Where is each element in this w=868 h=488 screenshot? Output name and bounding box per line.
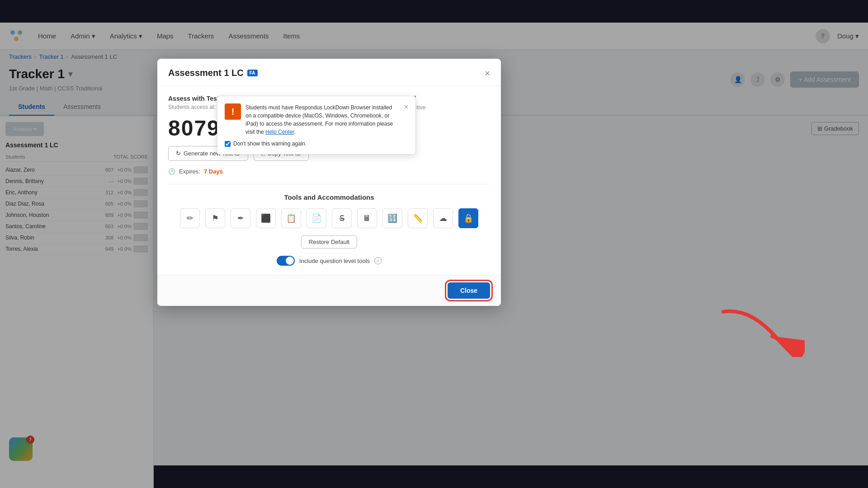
warning-checkbox-label: Don't show this warning again. [233, 141, 307, 147]
tools-title: Tools and Accommodations [168, 193, 490, 201]
toggle-row: Include question level tools i [168, 256, 490, 266]
calc2-tool[interactable]: 🔢 [382, 208, 402, 228]
tools-icons: ✏⚑✒⬛📋📄S̶🖩🔢📏☁🔒 [168, 208, 490, 228]
modal-header: Assessment 1 LC FA × [157, 59, 501, 86]
refresh-icon: ↻ [176, 150, 181, 157]
ruler-tool[interactable]: 📏 [408, 208, 428, 228]
calc1-tool[interactable]: 🖩 [357, 208, 377, 228]
warning-icon: ! [225, 103, 241, 120]
modal-divider [168, 184, 490, 184]
toggle-knob [286, 257, 294, 265]
warning-tooltip: ! Students must have Respondus LockDown … [217, 96, 416, 155]
modal-close-button[interactable]: × [485, 69, 490, 78]
pencil-tool[interactable]: ✒ [231, 208, 250, 228]
expires-row: 🕐 Expires: 7 Days [168, 168, 324, 175]
help-center-link[interactable]: Help Center [265, 129, 294, 135]
fa-badge: FA [247, 70, 258, 76]
modal-footer: Close [157, 275, 501, 306]
edit-tool[interactable]: ✏ [180, 208, 200, 228]
flag-tool[interactable]: ⚑ [205, 208, 225, 228]
warning-close-button[interactable]: × [404, 103, 408, 111]
question-level-toggle[interactable] [277, 256, 295, 266]
clipboard-tool[interactable]: 📄 [307, 208, 326, 228]
restore-default-button[interactable]: Restore Default [301, 235, 357, 249]
toggle-label: Include question level tools [299, 258, 370, 264]
close-modal-button[interactable]: Close [448, 282, 490, 299]
warning-header: ! Students must have Respondus LockDown … [225, 103, 408, 136]
clock-icon: 🕐 [168, 168, 175, 175]
modal-title: Assessment 1 LC FA [168, 68, 258, 78]
cloud-tool[interactable]: ☁ [433, 208, 453, 228]
eraser-tool[interactable]: ⬛ [256, 208, 276, 228]
info-icon[interactable]: i [374, 257, 382, 264]
warning-checkbox-row: Don't show this warning again. [225, 141, 408, 147]
strikethrough-tool[interactable]: S̶ [332, 208, 352, 228]
lock-tool[interactable]: 🔒 [458, 208, 478, 228]
warning-checkbox-input[interactable] [225, 141, 231, 147]
notes-tool[interactable]: 📋 [281, 208, 301, 228]
warning-text: Students must have Respondus LockDown Br… [245, 103, 400, 136]
expires-value: 7 Days [204, 168, 223, 175]
